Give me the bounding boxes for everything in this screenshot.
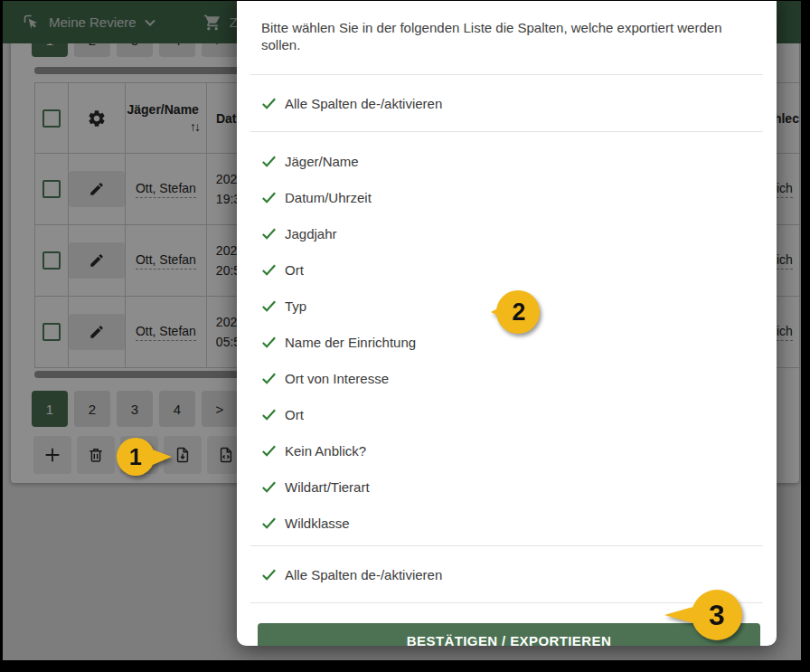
column-option[interactable]: Wildklasse bbox=[237, 505, 777, 541]
check-icon bbox=[260, 261, 278, 279]
column-option[interactable]: Datum/Uhrzeit bbox=[237, 179, 777, 215]
check-icon bbox=[260, 515, 278, 532]
column-option[interactable]: Kein Anblick? bbox=[237, 432, 777, 469]
check-icon bbox=[260, 478, 278, 496]
check-icon bbox=[260, 334, 278, 351]
check-icon bbox=[260, 225, 278, 242]
check-icon bbox=[260, 298, 278, 315]
svg-text:3: 3 bbox=[709, 599, 725, 631]
svg-text:1: 1 bbox=[129, 444, 142, 469]
app-window: Meine Reviere Zum Markt 1 2 3 4 > bbox=[3, 1, 801, 660]
check-icon bbox=[260, 370, 278, 387]
column-option[interactable]: Jagdjahr bbox=[237, 215, 777, 251]
svg-text:2: 2 bbox=[512, 298, 525, 326]
check-icon bbox=[260, 566, 278, 583]
column-option[interactable]: Ort bbox=[237, 251, 777, 288]
column-option-label: Ort bbox=[285, 407, 304, 422]
check-icon bbox=[260, 153, 278, 170]
column-option-label: Ort bbox=[285, 262, 304, 278]
column-option-label: Jäger/Name bbox=[285, 154, 359, 169]
column-option-label: Jagdjahr bbox=[285, 226, 337, 241]
step-2-badge: 2 bbox=[488, 289, 542, 336]
column-option-label: Wildklasse bbox=[285, 516, 350, 531]
column-option-label: Wildart/Tierart bbox=[285, 479, 370, 495]
step-3-badge: 3 bbox=[663, 588, 744, 642]
column-option[interactable]: Jäger/Name bbox=[237, 143, 777, 179]
check-icon bbox=[260, 95, 278, 112]
column-option[interactable]: Ort bbox=[237, 396, 777, 432]
check-icon bbox=[260, 189, 278, 206]
check-icon bbox=[260, 442, 278, 459]
column-option-label: Ort von Interesse bbox=[285, 371, 389, 386]
column-list: Jäger/Name Datum/Uhrzeit Jagdjahr Ort Ty… bbox=[237, 132, 777, 541]
check-icon bbox=[260, 406, 278, 423]
modal-intro-text: Bitte wählen Sie in der folgenden Liste … bbox=[261, 19, 755, 53]
toggle-all-columns-top[interactable]: Alle Spalten de-/aktivieren bbox=[237, 75, 777, 131]
column-option-label: Typ bbox=[285, 298, 306, 314]
toggle-all-label: Alle Spalten de-/aktivieren bbox=[285, 567, 442, 582]
column-option[interactable]: Ort von Interesse bbox=[237, 360, 777, 396]
toggle-all-label: Alle Spalten de-/aktivieren bbox=[285, 96, 442, 111]
column-option[interactable]: Wildart/Tierart bbox=[237, 469, 777, 505]
column-option-label: Name der Einrichtung bbox=[285, 335, 416, 350]
column-option-label: Datum/Uhrzeit bbox=[285, 190, 372, 205]
step-1-badge: 1 bbox=[110, 436, 174, 478]
column-option-label: Kein Anblick? bbox=[285, 443, 366, 459]
